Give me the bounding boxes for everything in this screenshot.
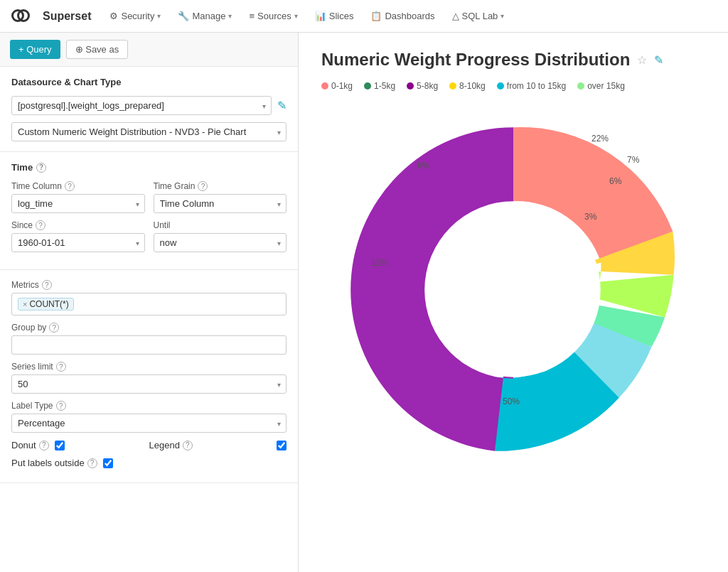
legend-item-5-8kg: 5-8kg xyxy=(407,81,438,91)
label-3pct: 3% xyxy=(584,212,596,222)
time-grain-row: Time Column ? log_time ▾ Time Grain ? xyxy=(11,181,287,220)
legend-dot-10-15kg xyxy=(497,82,504,90)
chart-area: Numeric Weight Progress Distribution ☆ ✎… xyxy=(299,33,728,572)
legend-row: Legend ? xyxy=(149,440,287,450)
chart-title: Numeric Weight Progress Distribution xyxy=(321,50,630,70)
nav-sqllab-icon: △ xyxy=(452,11,459,21)
nav-security-label: Security xyxy=(121,11,154,21)
donut-label: Donut ? xyxy=(11,440,49,450)
metrics-help-icon[interactable]: ? xyxy=(42,280,52,290)
legend-item-0-1kg: 0-1kg xyxy=(321,81,353,91)
brand-name: Superset xyxy=(43,10,91,23)
checkboxes-grid: Donut ? Legend ? Put labels outside ? xyxy=(11,440,287,473)
series-limit-select[interactable]: 50 xyxy=(11,374,287,394)
datasource-select-wrapper: [postgresql].[weight_logs_prepared] ▾ xyxy=(11,96,272,115)
since-until-row: Since ? 1960-01-01 ▾ Until xyxy=(11,220,287,259)
chart-legend: 0-1kg 1-5kg 5-8kg 8-10kg from 10 to 15kg… xyxy=(321,81,705,91)
groupby-help-icon[interactable]: ? xyxy=(49,323,59,333)
nav-manage-label: Manage xyxy=(192,11,225,21)
label-type-help-icon[interactable]: ? xyxy=(56,401,66,411)
label-type-label: Label Type ? xyxy=(11,401,287,411)
metrics-label: Metrics ? xyxy=(11,280,287,290)
nav-item-dashboards[interactable]: 📋 Dashboards xyxy=(363,0,441,33)
main-container: + Query ⊕ Save as Datasource & Chart Typ… xyxy=(0,33,728,572)
sidebar-toolbar: + Query ⊕ Save as xyxy=(0,33,298,67)
legend-label-8-10kg: 8-10kg xyxy=(459,81,486,91)
metrics-input[interactable]: × COUNT(*) xyxy=(11,293,287,315)
legend-help-icon[interactable]: ? xyxy=(183,441,193,450)
groupby-input[interactable] xyxy=(11,335,287,355)
time-column-group: Time Column ? log_time ▾ xyxy=(11,181,145,213)
metrics-tag-remove[interactable]: × xyxy=(23,300,27,308)
datasource-edit-icon[interactable]: ✎ xyxy=(277,99,287,112)
datasource-row: [postgresql].[weight_logs_prepared] ▾ ✎ xyxy=(11,96,287,115)
label-12pct: 12% xyxy=(371,258,388,268)
label-6pct-left: 6% xyxy=(417,161,429,171)
nav-sources-chevron: ▾ xyxy=(294,12,298,20)
until-group: Until now ▾ xyxy=(154,220,287,252)
time-grain-help-icon[interactable]: ? xyxy=(198,181,208,191)
nav-item-manage[interactable]: 🔧 Manage ▾ xyxy=(171,0,239,33)
query-button[interactable]: + Query xyxy=(10,40,60,59)
series-limit-group: Series limit ? 50 ▾ xyxy=(11,362,287,394)
datasource-section-title: Datasource & Chart Type xyxy=(11,77,287,87)
chart-title-row: Numeric Weight Progress Distribution ☆ ✎ xyxy=(321,50,705,70)
sidebar: + Query ⊕ Save as Datasource & Chart Typ… xyxy=(0,33,299,572)
legend-dot-over-15kg xyxy=(577,82,584,90)
label-type-select[interactable]: Percentage xyxy=(11,414,287,433)
label-type-group: Label Type ? Percentage ▾ xyxy=(11,401,287,433)
edit-chart-icon[interactable]: ✎ xyxy=(654,53,663,67)
series-limit-select-wrapper: 50 ▾ xyxy=(11,374,287,394)
time-help-icon[interactable]: ? xyxy=(36,163,46,173)
nav-item-sqllab[interactable]: △ SQL Lab ▾ xyxy=(445,0,512,33)
legend-label-1-5kg: 1-5kg xyxy=(374,81,395,91)
groupby-label: Group by ? xyxy=(11,323,287,333)
donut-checkbox[interactable] xyxy=(55,441,65,450)
legend-label-over-15kg: over 15kg xyxy=(587,81,625,91)
metrics-group: Metrics ? × COUNT(*) xyxy=(11,280,287,315)
brand-logo xyxy=(11,9,33,23)
metrics-tag: × COUNT(*) xyxy=(18,298,74,311)
time-column-select-wrapper: log_time ▾ xyxy=(11,194,145,213)
nav-sources-label: Sources xyxy=(257,11,291,21)
time-grain-select[interactable]: Time Column xyxy=(154,194,287,213)
nav-dashboards-label: Dashboards xyxy=(385,11,434,21)
donut-help-icon[interactable]: ? xyxy=(39,441,49,450)
chart-type-select-wrapper: Custom Numeric Weight Distribution - NVD… xyxy=(11,122,287,141)
put-labels-outside-label-text: Put labels outside ? xyxy=(11,458,97,468)
time-column-select[interactable]: log_time xyxy=(11,194,145,213)
brand: Superset xyxy=(11,9,91,23)
time-grain-select-wrapper: Time Column ▾ xyxy=(154,194,287,213)
star-icon[interactable]: ☆ xyxy=(637,53,647,67)
legend-item-over-15kg: over 15kg xyxy=(577,81,625,91)
since-help-icon[interactable]: ? xyxy=(36,220,46,230)
legend-checkbox[interactable] xyxy=(277,441,287,450)
series-limit-help-icon[interactable]: ? xyxy=(56,362,66,372)
put-labels-help-icon[interactable]: ? xyxy=(87,458,97,468)
query-section: Metrics ? × COUNT(*) Group by ? xyxy=(0,270,298,483)
time-column-label: Time Column ? xyxy=(11,181,145,191)
nav-item-security[interactable]: ⚙ Security ▾ xyxy=(102,0,168,33)
nav-dashboards-icon: 📋 xyxy=(370,11,382,21)
label-50pct: 50% xyxy=(503,396,520,406)
datasource-select[interactable]: [postgresql].[weight_logs_prepared] xyxy=(11,96,272,115)
put-labels-outside-checkbox[interactable] xyxy=(103,458,113,468)
nav-slices-label: Slices xyxy=(329,11,354,21)
legend-dot-5-8kg xyxy=(407,82,414,90)
legend-item-1-5kg: 1-5kg xyxy=(364,81,395,91)
since-group: Since ? 1960-01-01 ▾ xyxy=(11,220,145,252)
nav-item-sources[interactable]: ≡ Sources ▾ xyxy=(242,0,304,33)
legend-label: Legend ? xyxy=(149,440,193,450)
time-column-help-icon[interactable]: ? xyxy=(65,181,75,191)
since-select-wrapper: 1960-01-01 ▾ xyxy=(11,233,145,252)
put-labels-outside-row: Put labels outside ? xyxy=(11,458,149,468)
until-select[interactable]: now xyxy=(154,233,287,252)
since-select[interactable]: 1960-01-01 xyxy=(11,233,145,252)
since-label: Since ? xyxy=(11,220,145,230)
legend-item-8-10kg: 8-10kg xyxy=(449,81,486,91)
chart-type-select[interactable]: Custom Numeric Weight Distribution - NVD… xyxy=(11,122,287,141)
save-button[interactable]: ⊕ Save as xyxy=(66,40,129,59)
label-6pct-top: 6% xyxy=(609,176,621,186)
nav-security-chevron: ▾ xyxy=(157,12,161,20)
nav-item-slices[interactable]: 📊 Slices xyxy=(308,0,361,33)
